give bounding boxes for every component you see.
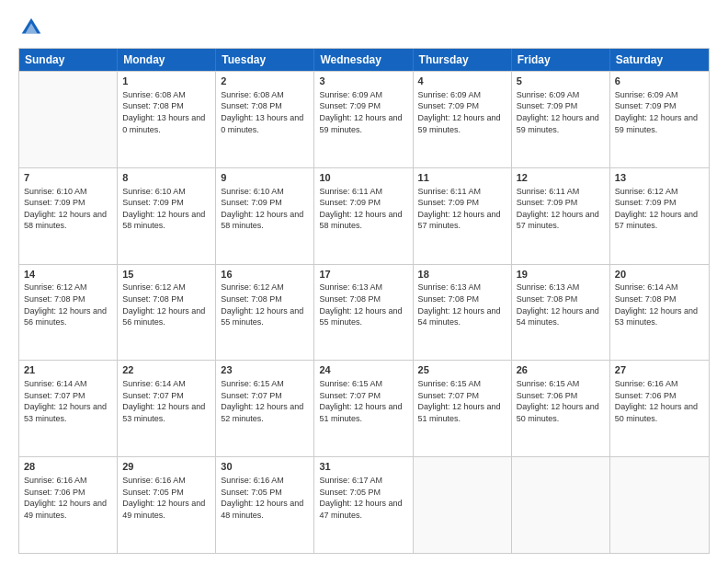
day-number: 14 (24, 268, 112, 282)
calendar-cell: 4Sunrise: 6:09 AMSunset: 7:09 PMDaylight… (414, 72, 512, 167)
day-number: 1 (122, 75, 210, 88)
cell-info: Sunrise: 6:11 AMSunset: 7:09 PMDaylight:… (517, 186, 605, 232)
cell-info: Sunrise: 6:10 AMSunset: 7:09 PMDaylight:… (24, 186, 112, 232)
cell-info: Sunrise: 6:12 AMSunset: 7:08 PMDaylight:… (24, 282, 112, 327)
calendar-header-cell: Thursday (414, 49, 512, 71)
calendar-header-cell: Monday (118, 49, 216, 71)
cell-info: Sunrise: 6:14 AMSunset: 7:07 PMDaylight:… (122, 378, 210, 424)
day-number: 17 (319, 268, 407, 282)
calendar-header-cell: Sunday (19, 49, 118, 71)
calendar-week: 28Sunrise: 6:16 AMSunset: 7:06 PMDayligh… (19, 456, 709, 553)
day-number: 6 (615, 75, 704, 88)
day-number: 10 (319, 171, 407, 185)
calendar-cell: 5Sunrise: 6:09 AMSunset: 7:09 PMDaylight… (512, 72, 610, 167)
calendar-cell: 28Sunrise: 6:16 AMSunset: 7:06 PMDayligh… (19, 457, 118, 553)
day-number: 24 (319, 363, 407, 377)
cell-info: Sunrise: 6:09 AMSunset: 7:09 PMDaylight:… (319, 89, 407, 135)
calendar-header-cell: Wednesday (314, 49, 413, 71)
calendar-cell: 2Sunrise: 6:08 AMSunset: 7:08 PMDaylight… (216, 72, 314, 167)
cell-info: Sunrise: 6:15 AMSunset: 7:07 PMDaylight:… (221, 378, 309, 424)
cell-info: Sunrise: 6:13 AMSunset: 7:08 PMDaylight:… (418, 282, 506, 327)
calendar-cell: 9Sunrise: 6:10 AMSunset: 7:09 PMDaylight… (216, 168, 314, 264)
day-number: 21 (24, 363, 112, 377)
day-number: 9 (221, 171, 309, 185)
cell-info: Sunrise: 6:12 AMSunset: 7:09 PMDaylight:… (615, 186, 704, 232)
day-number: 22 (122, 363, 210, 377)
calendar-cell: 18Sunrise: 6:13 AMSunset: 7:08 PMDayligh… (414, 265, 512, 361)
calendar-cell: 26Sunrise: 6:15 AMSunset: 7:06 PMDayligh… (512, 361, 610, 456)
calendar-cell: 12Sunrise: 6:11 AMSunset: 7:09 PMDayligh… (512, 168, 610, 264)
cell-info: Sunrise: 6:11 AMSunset: 7:09 PMDaylight:… (319, 186, 407, 232)
calendar-cell: 31Sunrise: 6:17 AMSunset: 7:05 PMDayligh… (314, 457, 413, 553)
calendar-cell: 6Sunrise: 6:09 AMSunset: 7:09 PMDaylight… (610, 72, 709, 167)
calendar-cell: 20Sunrise: 6:14 AMSunset: 7:08 PMDayligh… (610, 265, 709, 361)
calendar-cell: 16Sunrise: 6:12 AMSunset: 7:08 PMDayligh… (216, 265, 314, 361)
cell-info: Sunrise: 6:13 AMSunset: 7:08 PMDaylight:… (319, 282, 407, 327)
cell-info: Sunrise: 6:16 AMSunset: 7:05 PMDaylight:… (122, 475, 210, 521)
day-number: 11 (418, 171, 506, 185)
day-number: 20 (615, 268, 704, 282)
day-number: 29 (122, 460, 210, 474)
day-number: 23 (221, 363, 309, 377)
calendar-cell (512, 457, 610, 553)
day-number: 26 (517, 363, 605, 377)
calendar-header-cell: Tuesday (216, 49, 314, 71)
cell-info: Sunrise: 6:15 AMSunset: 7:07 PMDaylight:… (418, 378, 506, 424)
cell-info: Sunrise: 6:16 AMSunset: 7:05 PMDaylight:… (221, 475, 309, 521)
page: SundayMondayTuesdayWednesdayThursdayFrid… (0, 0, 728, 563)
cell-info: Sunrise: 6:14 AMSunset: 7:08 PMDaylight:… (615, 282, 704, 327)
day-number: 31 (319, 460, 407, 474)
day-number: 27 (615, 363, 704, 377)
logo (18, 15, 48, 40)
calendar-cell (19, 72, 118, 167)
logo-icon (18, 15, 44, 40)
cell-info: Sunrise: 6:17 AMSunset: 7:05 PMDaylight:… (319, 475, 407, 521)
calendar-cell: 13Sunrise: 6:12 AMSunset: 7:09 PMDayligh… (610, 168, 709, 264)
calendar-week: 7Sunrise: 6:10 AMSunset: 7:09 PMDaylight… (19, 167, 709, 264)
cell-info: Sunrise: 6:13 AMSunset: 7:08 PMDaylight:… (517, 282, 605, 327)
day-number: 4 (418, 75, 506, 88)
calendar-cell: 7Sunrise: 6:10 AMSunset: 7:09 PMDaylight… (19, 168, 118, 264)
day-number: 16 (221, 268, 309, 282)
day-number: 7 (24, 171, 112, 185)
day-number: 2 (221, 75, 309, 88)
calendar-cell (414, 457, 512, 553)
day-number: 28 (24, 460, 112, 474)
day-number: 18 (418, 268, 506, 282)
cell-info: Sunrise: 6:12 AMSunset: 7:08 PMDaylight:… (221, 282, 309, 327)
calendar-cell: 19Sunrise: 6:13 AMSunset: 7:08 PMDayligh… (512, 265, 610, 361)
day-number: 8 (122, 171, 210, 185)
calendar-week: 1Sunrise: 6:08 AMSunset: 7:08 PMDaylight… (19, 71, 709, 167)
calendar-cell: 24Sunrise: 6:15 AMSunset: 7:07 PMDayligh… (314, 361, 413, 456)
cell-info: Sunrise: 6:09 AMSunset: 7:09 PMDaylight:… (615, 89, 704, 135)
calendar-cell: 22Sunrise: 6:14 AMSunset: 7:07 PMDayligh… (118, 361, 216, 456)
cell-info: Sunrise: 6:08 AMSunset: 7:08 PMDaylight:… (221, 89, 309, 135)
day-number: 13 (615, 171, 704, 185)
cell-info: Sunrise: 6:10 AMSunset: 7:09 PMDaylight:… (221, 186, 309, 232)
calendar-week: 21Sunrise: 6:14 AMSunset: 7:07 PMDayligh… (19, 360, 709, 456)
calendar-cell: 30Sunrise: 6:16 AMSunset: 7:05 PMDayligh… (216, 457, 314, 553)
calendar-cell: 17Sunrise: 6:13 AMSunset: 7:08 PMDayligh… (314, 265, 413, 361)
calendar-cell: 21Sunrise: 6:14 AMSunset: 7:07 PMDayligh… (19, 361, 118, 456)
calendar-body: 1Sunrise: 6:08 AMSunset: 7:08 PMDaylight… (19, 71, 709, 553)
cell-info: Sunrise: 6:14 AMSunset: 7:07 PMDaylight:… (24, 378, 112, 424)
day-number: 25 (418, 363, 506, 377)
calendar-cell: 8Sunrise: 6:10 AMSunset: 7:09 PMDaylight… (118, 168, 216, 264)
cell-info: Sunrise: 6:09 AMSunset: 7:09 PMDaylight:… (418, 89, 506, 135)
calendar-header-cell: Saturday (610, 49, 709, 71)
calendar-header-row: SundayMondayTuesdayWednesdayThursdayFrid… (19, 49, 709, 71)
cell-info: Sunrise: 6:10 AMSunset: 7:09 PMDaylight:… (122, 186, 210, 232)
day-number: 15 (122, 268, 210, 282)
calendar-cell: 11Sunrise: 6:11 AMSunset: 7:09 PMDayligh… (414, 168, 512, 264)
header (18, 15, 710, 40)
day-number: 30 (221, 460, 309, 474)
cell-info: Sunrise: 6:16 AMSunset: 7:06 PMDaylight:… (615, 378, 704, 424)
calendar-cell: 10Sunrise: 6:11 AMSunset: 7:09 PMDayligh… (314, 168, 413, 264)
calendar-cell: 23Sunrise: 6:15 AMSunset: 7:07 PMDayligh… (216, 361, 314, 456)
calendar-cell: 25Sunrise: 6:15 AMSunset: 7:07 PMDayligh… (414, 361, 512, 456)
calendar-header-cell: Friday (512, 49, 610, 71)
calendar-cell (610, 457, 709, 553)
calendar-cell: 14Sunrise: 6:12 AMSunset: 7:08 PMDayligh… (19, 265, 118, 361)
cell-info: Sunrise: 6:09 AMSunset: 7:09 PMDaylight:… (517, 89, 605, 135)
cell-info: Sunrise: 6:15 AMSunset: 7:06 PMDaylight:… (517, 378, 605, 424)
